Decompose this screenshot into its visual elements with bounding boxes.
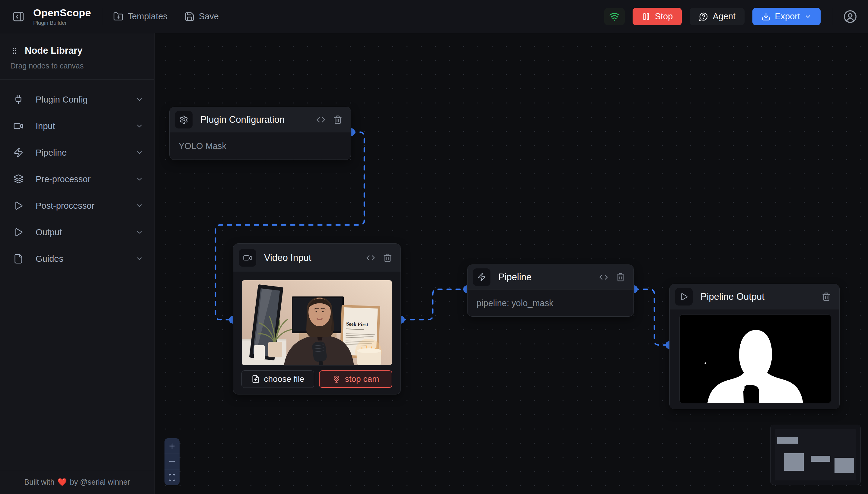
minimap[interactable] (770, 425, 861, 485)
sidebar-item-pipeline[interactable]: Pipeline (0, 139, 154, 166)
chevron-down-icon[interactable] (135, 228, 143, 236)
folder-plus-icon (113, 12, 124, 22)
canvas-zoom-controls (165, 438, 180, 485)
layers-icon (13, 174, 23, 184)
edge-pipeline-to-output (634, 289, 669, 345)
code-icon[interactable] (366, 253, 375, 262)
agent-button[interactable]: Agent (690, 8, 744, 25)
code-icon[interactable] (316, 115, 325, 124)
chevron-down-icon[interactable] (135, 202, 143, 210)
app-title: OpenScope (33, 7, 91, 19)
minimap-node (777, 437, 798, 444)
node-pipeline-output[interactable]: Pipeline Output (669, 284, 839, 409)
zoom-in-button[interactable] (165, 438, 180, 454)
minimap-node (834, 458, 854, 473)
library-title: Node Library (25, 45, 82, 56)
minimap-node (784, 453, 804, 471)
chat-question-icon (699, 12, 708, 21)
flow-canvas[interactable]: Plugin Configuration YOLO Mask Video Inp… (154, 33, 868, 494)
file-icon (13, 254, 23, 264)
code-icon[interactable] (599, 273, 608, 282)
video-camera-icon (13, 121, 23, 131)
stop-cam-label: stop cam (345, 374, 380, 384)
edge-video-to-pipeline (401, 289, 467, 320)
sidebar-item-label: Guides (36, 254, 135, 264)
trash-icon[interactable] (383, 253, 392, 262)
top-header: OpenScope Plugin Builder Templates Save … (0, 0, 868, 33)
save-icon (184, 12, 195, 22)
poster-title: Seek First (346, 321, 369, 327)
footer-text: Built with (24, 478, 54, 487)
templates-label: Templates (128, 12, 167, 21)
stop-cam-button[interactable]: stop cam (319, 370, 392, 388)
app-logo: OpenScope Plugin Builder (33, 7, 91, 26)
library-subtitle: Drag nodes to canvas (10, 61, 144, 70)
wifi-icon (609, 11, 620, 22)
footer-text: by @serial winner (70, 478, 130, 487)
zoom-out-button[interactable] (165, 454, 180, 469)
sidebar-item-label: Post-processor (36, 201, 135, 211)
minimap-node (811, 456, 830, 462)
file-up-icon (252, 375, 260, 383)
choose-file-button[interactable]: choose file (241, 370, 314, 388)
node-video-input[interactable]: Video Input (233, 243, 401, 395)
webcam-preview: Seek First (241, 280, 392, 365)
node-plugin-configuration[interactable]: Plugin Configuration YOLO Mask (169, 107, 351, 160)
sidebar-collapse-icon[interactable] (12, 10, 25, 23)
play-icon (13, 201, 23, 211)
chevron-down-icon[interactable] (135, 122, 143, 130)
agent-label: Agent (713, 12, 736, 21)
sidebar-footer: Built with ❤️ by @serial winner (0, 470, 154, 494)
node-title: Pipeline Output (701, 291, 822, 302)
app-subtitle: Plugin Builder (33, 20, 91, 26)
sidebar-item-label: Pipeline (36, 148, 135, 158)
choose-file-label: choose file (264, 374, 304, 384)
node-title: Pipeline (498, 272, 599, 283)
sidebar-item-post-processor[interactable]: Post-processor (0, 192, 154, 219)
chevron-down-icon[interactable] (135, 255, 143, 263)
trash-icon[interactable] (822, 292, 831, 301)
stop-label: Stop (655, 12, 673, 21)
connection-status-chip[interactable] (604, 8, 625, 25)
video-camera-icon (239, 249, 256, 267)
sidebar-item-guides[interactable]: Guides (0, 246, 154, 272)
node-title: Video Input (264, 252, 366, 263)
gear-icon (175, 111, 192, 129)
sidebar-item-label: Output (36, 227, 135, 238)
fit-view-button[interactable] (165, 470, 180, 485)
header-divider (833, 8, 833, 25)
pause-icon (642, 12, 651, 21)
save-label: Save (199, 12, 219, 21)
sidebar-item-output[interactable]: Output (0, 219, 154, 246)
pipeline-value: pipeline: yolo_mask (477, 298, 554, 308)
node-library-header: Node Library Drag nodes to canvas (0, 33, 154, 80)
sidebar-item-pre-processor[interactable]: Pre-processor (0, 166, 154, 192)
play-icon (675, 288, 692, 305)
node-library-panel: Node Library Drag nodes to canvas Plugin… (0, 33, 154, 494)
user-avatar-icon[interactable] (843, 10, 857, 23)
trash-icon[interactable] (333, 115, 342, 124)
zap-icon (13, 148, 23, 158)
mask-output-preview (679, 315, 831, 403)
chevron-down-icon[interactable] (135, 149, 143, 156)
export-label: Export (775, 12, 800, 21)
chevron-down-icon[interactable] (135, 96, 143, 103)
zap-icon (473, 268, 491, 286)
save-button[interactable]: Save (184, 12, 219, 22)
node-pipeline[interactable]: Pipeline pipeline: yolo_mask (467, 265, 634, 317)
webcam-icon (332, 375, 341, 383)
chevron-down-icon (804, 13, 812, 20)
export-button[interactable]: Export (752, 8, 820, 25)
stop-button[interactable]: Stop (633, 8, 682, 25)
trash-icon[interactable] (616, 273, 625, 282)
heart-icon: ❤️ (57, 478, 67, 487)
sidebar-item-label: Pre-processor (36, 174, 135, 184)
node-title: Plugin Configuration (200, 114, 316, 125)
chevron-down-icon[interactable] (135, 175, 143, 183)
sidebar-item-input[interactable]: Input (0, 113, 154, 139)
templates-button[interactable]: Templates (113, 12, 167, 22)
plug-icon (13, 94, 23, 104)
sidebar-item-plugin-config[interactable]: Plugin Config (0, 86, 154, 113)
sidebar-item-label: Input (36, 121, 135, 131)
download-icon (761, 12, 771, 21)
